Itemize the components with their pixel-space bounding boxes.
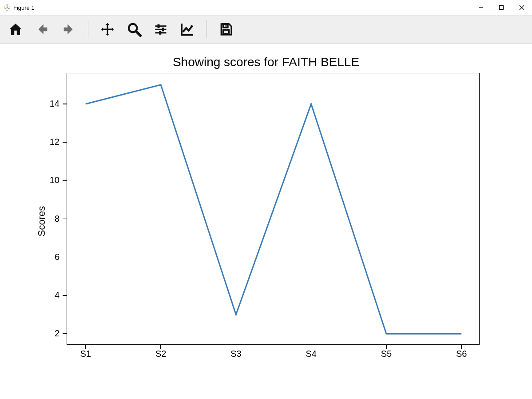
data-line xyxy=(67,73,480,345)
y-tick-label: 2 xyxy=(33,328,60,339)
app-icon xyxy=(4,4,11,11)
svg-rect-8 xyxy=(158,24,160,28)
window-title: Figure 1 xyxy=(13,4,35,11)
x-tick-label: S1 xyxy=(72,349,99,359)
configure-button[interactable] xyxy=(152,21,169,38)
svg-rect-2 xyxy=(500,6,504,10)
y-tick-label: 12 xyxy=(33,137,60,147)
separator xyxy=(206,20,207,38)
plot-area: Showing scores for FAITH BELLE Scores 24… xyxy=(0,44,532,399)
y-tick-label: 6 xyxy=(33,252,60,262)
arrow-left-icon xyxy=(35,22,50,37)
y-tick-label: 10 xyxy=(33,175,60,185)
back-button[interactable] xyxy=(34,21,51,38)
home-button[interactable] xyxy=(7,21,24,38)
svg-rect-12 xyxy=(159,31,161,35)
x-tick-label: S5 xyxy=(373,349,400,359)
svg-line-6 xyxy=(136,31,140,36)
x-tick-label: S2 xyxy=(147,349,174,359)
forward-button[interactable] xyxy=(60,21,77,38)
chart-axes[interactable]: 2468101214S1S2S3S4S5S6 xyxy=(67,73,480,345)
chart-line-icon xyxy=(180,22,195,37)
pan-button[interactable] xyxy=(99,21,116,38)
svg-rect-9 xyxy=(155,29,167,30)
y-tick xyxy=(63,333,67,334)
x-tick xyxy=(236,344,237,349)
close-button[interactable] xyxy=(512,0,532,15)
svg-rect-14 xyxy=(226,24,227,27)
x-tick-label: S6 xyxy=(448,349,475,359)
x-tick xyxy=(311,344,312,349)
y-tick-label: 14 xyxy=(33,99,60,109)
y-tick-label: 4 xyxy=(33,290,60,300)
save-icon xyxy=(219,22,233,36)
sliders-icon xyxy=(154,23,167,36)
save-button[interactable] xyxy=(218,21,234,38)
chart-title: Showing scores for FAITH BELLE xyxy=(0,55,532,69)
separator xyxy=(88,20,88,38)
toolbar xyxy=(0,15,532,44)
home-icon xyxy=(8,22,23,37)
search-icon xyxy=(127,22,142,37)
svg-rect-15 xyxy=(223,30,229,34)
x-tick xyxy=(461,344,462,349)
maximize-button[interactable] xyxy=(491,0,512,15)
y-tick xyxy=(63,104,67,104)
x-tick-label: S3 xyxy=(222,349,249,359)
y-tick xyxy=(63,257,67,258)
x-tick xyxy=(386,344,387,349)
y-tick-label: 8 xyxy=(33,214,60,224)
svg-rect-10 xyxy=(162,28,164,31)
y-tick xyxy=(63,219,67,219)
arrow-right-icon xyxy=(61,22,76,37)
x-tick-label: S4 xyxy=(298,349,325,359)
svg-rect-7 xyxy=(155,25,167,27)
titlebar: Figure 1 xyxy=(0,0,532,15)
y-tick xyxy=(63,180,67,181)
zoom-button[interactable] xyxy=(126,21,143,38)
x-tick xyxy=(85,344,86,349)
y-tick xyxy=(63,295,67,296)
axes-button[interactable] xyxy=(179,21,196,38)
move-icon xyxy=(100,22,115,37)
minimize-button[interactable] xyxy=(471,0,491,15)
y-tick xyxy=(63,142,67,143)
x-tick xyxy=(160,344,161,349)
